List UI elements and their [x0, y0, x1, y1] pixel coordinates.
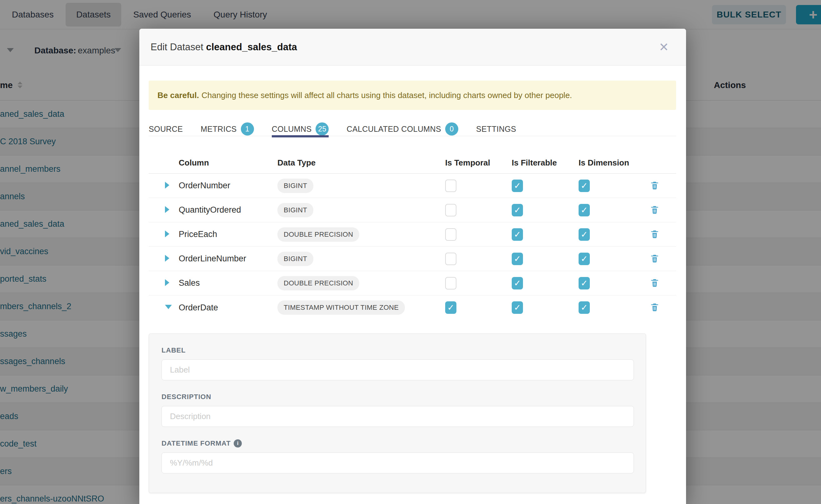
tab-count-badge: 1	[241, 122, 254, 136]
column-header-is-temporal: Is Temporal	[445, 158, 512, 168]
actions-cell	[645, 278, 676, 289]
expand-caret-icon[interactable]	[165, 182, 169, 189]
is-filterable-checkbox[interactable]: ✓	[512, 180, 523, 192]
is-dimension-checkbox[interactable]: ✓	[579, 277, 590, 289]
expand-caret-icon[interactable]	[165, 230, 169, 237]
column-row: QuantityOrderedBIGINT✓✓	[149, 198, 676, 222]
is-temporal-checkbox[interactable]: ✓	[445, 301, 457, 314]
edit-dataset-modal: Edit Dataset cleaned_sales_data ✕ Be car…	[139, 29, 686, 504]
is-dimension-checkbox[interactable]: ✓	[579, 253, 590, 265]
is-temporal-checkbox[interactable]	[445, 277, 457, 289]
is-dimension-checkbox-cell: ✓	[579, 253, 645, 265]
data-type-cell: TIMESTAMP WITHOUT TIME ZONE	[277, 300, 445, 315]
warning-banner: Be careful.Changing these settings will …	[149, 81, 676, 110]
column-row: SalesDOUBLE PRECISION✓✓	[149, 271, 676, 295]
is-temporal-checkbox[interactable]	[445, 204, 457, 216]
info-icon[interactable]: i	[234, 439, 242, 447]
is-filterable-checkbox[interactable]: ✓	[512, 277, 523, 289]
column-detail-panel: LABEL DESCRIPTION DATETIME FORMAT i	[149, 334, 646, 493]
is-filterable-checkbox[interactable]: ✓	[512, 228, 523, 241]
is-filterable-checkbox[interactable]: ✓	[512, 253, 523, 265]
tab-calculated-columns[interactable]: CALCULATED COLUMNS0	[346, 122, 458, 136]
actions-cell	[645, 254, 676, 264]
column-name: QuantityOrdered	[179, 205, 277, 215]
caret-cell	[149, 230, 179, 239]
is-filterable-checkbox[interactable]: ✓	[512, 301, 523, 314]
column-row: PriceEachDOUBLE PRECISION✓✓	[149, 222, 676, 247]
warning-text: Changing these settings will affect all …	[201, 91, 572, 100]
expand-caret-icon[interactable]	[165, 279, 169, 286]
warning-bold: Be careful.	[157, 91, 199, 100]
data-type-badge: BIGINT	[277, 179, 313, 193]
is-temporal-checkbox[interactable]	[445, 253, 457, 265]
column-header-column: Column	[179, 158, 277, 168]
data-type-badge: BIGINT	[277, 203, 313, 217]
label-field-label: LABEL	[161, 346, 633, 354]
modal-title: Edit Dataset cleaned_sales_data	[151, 42, 297, 53]
collapse-caret-icon[interactable]	[165, 305, 172, 309]
data-type-cell: BIGINT	[277, 179, 445, 193]
columns-table-rows: OrderNumberBIGINT✓✓QuantityOrderedBIGINT…	[149, 174, 676, 320]
is-temporal-checkbox-cell: ✓	[445, 301, 512, 314]
delete-column-button[interactable]	[650, 254, 660, 264]
expand-caret-icon[interactable]	[165, 255, 169, 262]
datetime-format-field-label: DATETIME FORMAT i	[161, 439, 633, 447]
is-temporal-checkbox[interactable]	[445, 228, 457, 241]
data-type-badge: BIGINT	[277, 252, 313, 266]
tab-columns[interactable]: COLUMNS25	[272, 122, 329, 136]
column-name: OrderLineNumber	[179, 254, 277, 264]
is-filterable-checkbox-cell: ✓	[512, 180, 579, 192]
caret-cell	[149, 182, 179, 190]
dataset-name: cleaned_sales_data	[206, 42, 297, 52]
tab-metrics[interactable]: METRICS1	[200, 122, 254, 136]
delete-column-button[interactable]	[650, 278, 660, 289]
delete-column-button[interactable]	[650, 229, 660, 240]
is-dimension-checkbox[interactable]: ✓	[579, 180, 590, 192]
data-type-badge: DOUBLE PRECISION	[277, 276, 359, 290]
is-filterable-checkbox-cell: ✓	[512, 228, 579, 241]
is-temporal-checkbox-cell	[445, 204, 512, 216]
is-dimension-checkbox-cell: ✓	[579, 277, 645, 289]
data-type-cell: BIGINT	[277, 252, 445, 266]
is-filterable-checkbox-cell: ✓	[512, 301, 579, 314]
caret-cell	[149, 279, 179, 287]
actions-cell	[645, 229, 676, 240]
is-filterable-checkbox[interactable]: ✓	[512, 204, 523, 216]
data-type-badge: TIMESTAMP WITHOUT TIME ZONE	[277, 300, 405, 315]
is-temporal-checkbox-cell	[445, 253, 512, 265]
is-temporal-checkbox-cell	[445, 180, 512, 192]
tab-label: METRICS	[200, 125, 236, 134]
is-filterable-checkbox-cell: ✓	[512, 204, 579, 216]
delete-column-button[interactable]	[650, 302, 660, 313]
trash-icon	[650, 254, 660, 264]
is-filterable-checkbox-cell: ✓	[512, 253, 579, 265]
is-dimension-checkbox[interactable]: ✓	[579, 204, 590, 216]
close-icon[interactable]: ✕	[656, 39, 672, 55]
trash-icon	[650, 278, 660, 289]
is-dimension-checkbox[interactable]: ✓	[579, 228, 590, 241]
tab-settings[interactable]: SETTINGS	[476, 122, 516, 136]
is-dimension-checkbox[interactable]: ✓	[579, 301, 590, 314]
column-row: OrderNumberBIGINT✓✓	[149, 174, 676, 198]
delete-column-button[interactable]	[650, 180, 660, 191]
description-input[interactable]	[161, 406, 634, 427]
columns-table-header: ColumnData TypeIs TemporalIs FilterableI…	[149, 152, 676, 174]
actions-cell	[645, 302, 676, 313]
modal-header: Edit Dataset cleaned_sales_data ✕	[139, 29, 686, 66]
trash-icon	[650, 180, 660, 191]
tab-count-badge: 0	[445, 122, 458, 136]
modal-tabs: SOURCEMETRICS1COLUMNS25CALCULATED COLUMN…	[149, 122, 676, 136]
data-type-cell: BIGINT	[277, 203, 445, 217]
is-temporal-checkbox[interactable]	[445, 180, 457, 192]
tab-label: COLUMNS	[272, 125, 312, 134]
label-input[interactable]	[161, 359, 634, 380]
trash-icon	[650, 302, 660, 313]
datetime-format-input[interactable]	[161, 452, 634, 473]
tab-source[interactable]: SOURCE	[149, 122, 183, 136]
trash-icon	[650, 229, 660, 240]
tab-label: CALCULATED COLUMNS	[346, 125, 441, 134]
expand-caret-icon[interactable]	[165, 206, 169, 213]
delete-column-button[interactable]	[650, 205, 660, 215]
column-header-is-filterable: Is Filterable	[512, 158, 579, 168]
is-dimension-checkbox-cell: ✓	[579, 204, 645, 216]
